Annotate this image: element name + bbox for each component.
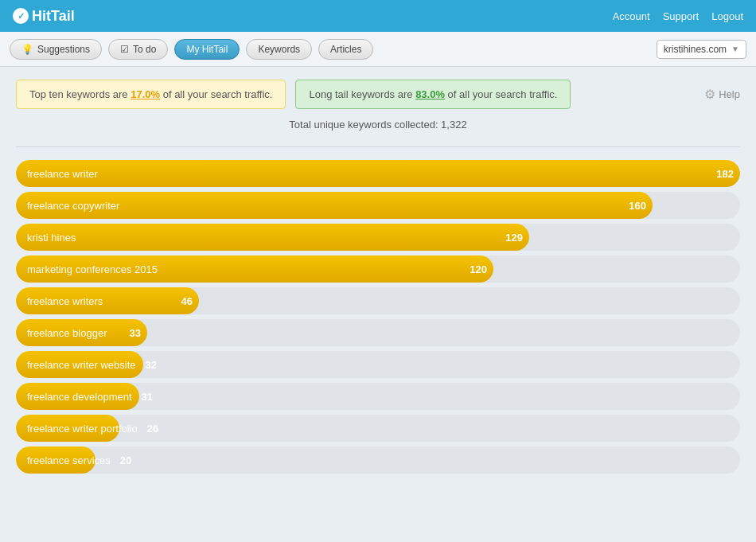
keyword-count: 160	[619, 200, 646, 212]
suggestions-icon: 💡	[21, 44, 33, 55]
todo-icon: ☑	[120, 44, 129, 55]
logo-icon: ✓	[13, 8, 29, 24]
keyword-count: 129	[496, 232, 523, 244]
top-ten-stat: Top ten keywords are 17.0% of all your s…	[16, 80, 286, 109]
long-tail-stat: Long tail keywords are 83.0% of all your…	[295, 80, 571, 109]
domain-selector[interactable]: kristihines.com ▼	[657, 40, 746, 59]
keyword-row: freelance copywriter160	[16, 192, 740, 219]
domain-value: kristihines.com	[664, 44, 727, 55]
logo: ✓ HitTail	[13, 8, 75, 25]
keyword-count: 120	[460, 263, 487, 275]
keyword-count: 26	[138, 423, 158, 435]
tab-keywords[interactable]: Keywords	[246, 39, 312, 60]
keyword-row: freelance writer website32	[16, 351, 740, 378]
tab-myhittail[interactable]: My HitTail	[174, 39, 240, 60]
tab-articles[interactable]: Articles	[318, 39, 373, 60]
total-keywords: Total unique keywords collected: 1,322	[16, 119, 740, 131]
logo-text: HitTail	[32, 8, 75, 25]
keyword-row: freelance blogger33	[16, 319, 740, 346]
help-icon: ⚙	[704, 87, 715, 102]
keyword-label: freelance copywriter	[27, 200, 119, 212]
keyword-label: freelance writer website	[27, 359, 136, 371]
keyword-label: freelance development	[27, 391, 132, 403]
keyword-count: 46	[172, 295, 193, 307]
header-nav: Account Support Logout	[613, 10, 743, 22]
keyword-count: 20	[111, 454, 131, 466]
toolbar: 💡 Suggestions ☑ To do My HitTail Keyword…	[0, 32, 756, 67]
keyword-label: freelance writer	[27, 168, 98, 180]
keyword-label: freelance writers	[27, 295, 103, 307]
keyword-label: marketing conferences 2015	[27, 263, 158, 275]
tab-suggestions[interactable]: 💡 Suggestions	[10, 39, 102, 60]
keyword-label: kristi hines	[27, 232, 76, 244]
keyword-count: 32	[136, 359, 157, 371]
account-link[interactable]: Account	[613, 10, 650, 22]
keyword-row: freelance services20	[16, 446, 740, 474]
keyword-label: freelance services	[27, 454, 111, 466]
support-link[interactable]: Support	[663, 10, 699, 22]
keyword-count: 33	[120, 327, 141, 339]
logout-link[interactable]: Logout	[711, 10, 743, 22]
keyword-label: freelance blogger	[27, 327, 107, 339]
keyword-count: 31	[132, 391, 153, 403]
keyword-row: kristi hines129	[16, 224, 740, 251]
divider	[16, 146, 740, 147]
help-button[interactable]: ⚙ Help	[704, 87, 740, 102]
keyword-count: 182	[707, 168, 734, 180]
keyword-list: freelance writer182freelance copywriter1…	[16, 160, 740, 474]
chevron-down-icon: ▼	[731, 45, 739, 53]
header: ✓ HitTail Account Support Logout	[0, 0, 756, 32]
main-content: Top ten keywords are 17.0% of all your s…	[0, 67, 756, 486]
keyword-row: freelance writer182	[16, 160, 740, 187]
stats-bar: Top ten keywords are 17.0% of all your s…	[16, 80, 740, 109]
keyword-row: freelance writer portfolio26	[16, 415, 740, 442]
keyword-row: marketing conferences 2015120	[16, 255, 740, 283]
keyword-row: freelance development31	[16, 383, 740, 410]
tab-todo[interactable]: ☑ To do	[108, 39, 168, 60]
keyword-row: freelance writers46	[16, 287, 740, 314]
keyword-label: freelance writer portfolio	[27, 423, 138, 435]
